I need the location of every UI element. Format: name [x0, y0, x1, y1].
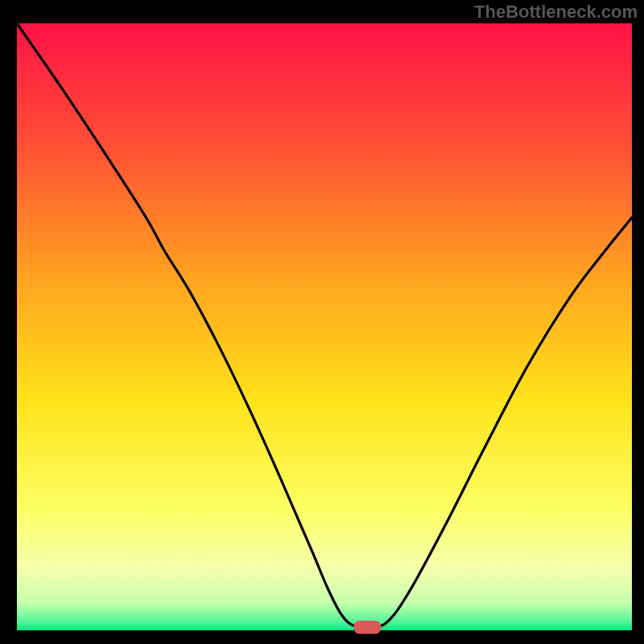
bottleneck-chart [0, 0, 644, 644]
plot-background [17, 23, 632, 630]
site-watermark: TheBottleneck.com [474, 2, 638, 23]
chart-frame: TheBottleneck.com [0, 0, 644, 644]
bottleneck-marker [353, 621, 381, 634]
